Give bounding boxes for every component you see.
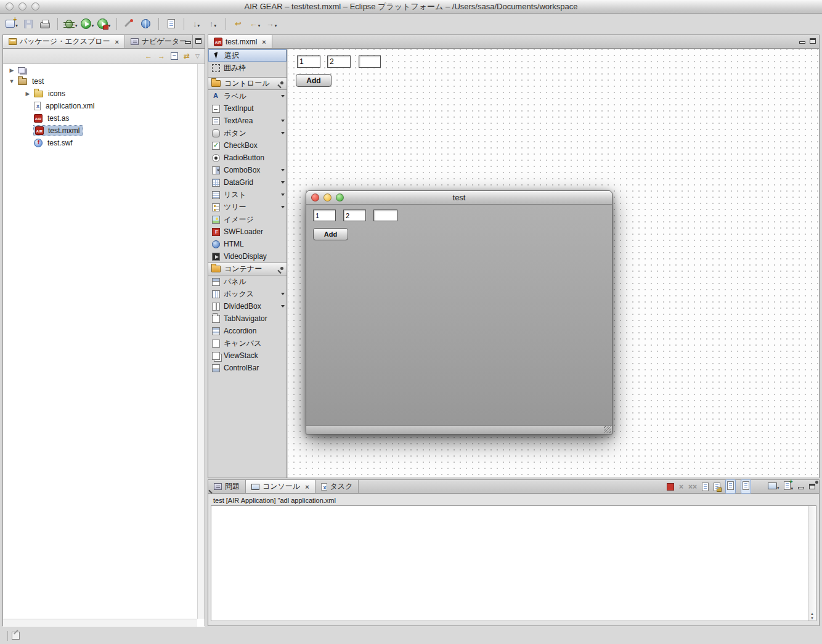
display-console-button[interactable]: ▾	[768, 483, 779, 491]
forward-button[interactable]: →▾	[265, 17, 279, 31]
palette-item-marquee[interactable]: 囲み枠	[208, 62, 287, 74]
run-button[interactable]: ▾	[81, 17, 94, 31]
pin-icon[interactable]	[277, 81, 284, 88]
remove-all-launches-button[interactable]: ××	[688, 483, 697, 491]
app-textinput-2[interactable]	[343, 210, 366, 221]
maximize-view-button[interactable]	[810, 38, 816, 44]
tab-tasks[interactable]: タスク	[315, 480, 359, 493]
design-canvas[interactable]: Add test Add	[288, 49, 819, 478]
dropdown-arrow-icon[interactable]	[281, 305, 285, 308]
dropdown-arrow-icon[interactable]	[281, 181, 285, 184]
app-window-titlebar[interactable]: test	[306, 191, 612, 205]
tree-row-test-mxml[interactable]: test.mxml	[3, 124, 205, 137]
console-scrollbar[interactable]: ▲ ▼	[808, 506, 816, 621]
palette-item-swfloader[interactable]: SWFLoader	[208, 226, 287, 238]
tab-test-mxml[interactable]: test.mxml ×	[208, 35, 272, 48]
tree-row-test-swf[interactable]: test.swf	[3, 137, 205, 149]
palette-section-controls[interactable]: コントロール	[208, 77, 287, 90]
palette-item-canvas[interactable]: キャンバス	[208, 337, 287, 349]
terminate-button[interactable]	[667, 483, 674, 491]
palette-item-list[interactable]: リスト	[208, 189, 287, 201]
app-close-button[interactable]	[311, 194, 319, 202]
remove-launch-button[interactable]: ×	[679, 483, 683, 491]
palette-item-radiobutton[interactable]: RadioButton	[208, 152, 287, 164]
palette-item-videodisplay[interactable]: VideoDisplay	[208, 250, 287, 263]
print-button[interactable]	[38, 17, 52, 31]
app-add-button[interactable]: Add	[313, 228, 348, 240]
link-with-editor-button[interactable]: ⇄	[184, 52, 190, 60]
palette-item-image[interactable]: イメージ	[208, 213, 287, 226]
app-minimize-button[interactable]	[324, 194, 332, 202]
palette-item-select[interactable]: 選択	[208, 49, 287, 62]
design-textinput-1[interactable]	[297, 55, 320, 68]
save-button[interactable]	[22, 17, 35, 31]
app-textinput-3[interactable]	[373, 210, 397, 221]
palette-item-datagrid[interactable]: DataGrid	[208, 176, 287, 189]
palette-item-combobox[interactable]: ComboBox	[208, 164, 287, 176]
pin-icon[interactable]	[277, 266, 284, 273]
dropdown-arrow-icon[interactable]	[281, 120, 285, 122]
minimize-view-button[interactable]	[798, 487, 804, 489]
close-icon[interactable]: ×	[115, 38, 119, 46]
next-annotation-button[interactable]: ↓▾	[190, 17, 203, 31]
design-textinput-3[interactable]	[359, 55, 381, 68]
palette-item-accordion[interactable]: Accordion	[208, 325, 287, 337]
tab-console[interactable]: コンソール ×	[246, 480, 315, 493]
debug-button[interactable]: ▾	[63, 17, 78, 31]
back-history-button[interactable]: ←	[145, 52, 152, 60]
scroll-up-icon[interactable]: ▲	[810, 612, 814, 616]
console-output[interactable]: ▲ ▼	[211, 505, 816, 621]
palette-item-textarea[interactable]: TextArea	[208, 115, 287, 127]
back-button[interactable]: ←▾	[248, 17, 262, 31]
clear-console-button[interactable]	[702, 483, 709, 491]
open-web-browser-button[interactable]	[139, 17, 153, 31]
minimize-window-button[interactable]	[18, 2, 26, 10]
palette-section-containers[interactable]: コンテナー	[208, 263, 287, 275]
palette-item-controlbar[interactable]: ControlBar	[208, 362, 287, 374]
airgear-tool-button[interactable]	[123, 17, 136, 31]
palette-item-box[interactable]: ボックス	[208, 288, 287, 300]
external-tools-button[interactable]: ▾	[97, 17, 111, 31]
disclosure-expanded-icon[interactable]: ▼	[8, 78, 15, 84]
dropdown-arrow-icon[interactable]	[281, 293, 285, 295]
collapse-all-button[interactable]	[171, 52, 178, 60]
dropdown-arrow-icon[interactable]	[281, 95, 285, 97]
palette-item-html[interactable]: HTML	[208, 238, 287, 250]
palette-item-textinput[interactable]: TextInput	[208, 102, 287, 115]
dropdown-arrow-icon[interactable]	[281, 132, 285, 134]
close-icon[interactable]: ×	[305, 483, 309, 491]
minimize-view-button[interactable]	[185, 41, 191, 44]
tree-row-test-as[interactable]: test.as	[3, 112, 205, 124]
dropdown-arrow-icon[interactable]	[281, 206, 285, 208]
show-stderr-toggle[interactable]	[741, 479, 751, 494]
tree-row-project-test[interactable]: ▼ test	[3, 75, 205, 88]
palette-item-viewstack[interactable]: ViewStack	[208, 349, 287, 362]
minimize-view-button[interactable]	[799, 41, 805, 44]
close-icon[interactable]: ×	[262, 38, 266, 46]
design-textinput-2[interactable]	[327, 55, 351, 68]
dropdown-arrow-icon[interactable]	[281, 194, 285, 196]
previous-annotation-button[interactable]: ↑▾	[206, 17, 220, 31]
tab-navigator[interactable]: ナビゲーター	[125, 35, 193, 48]
tree-row-collapsed-project[interactable]: ▶	[3, 65, 205, 75]
scroll-down-icon[interactable]: ▼	[810, 616, 814, 621]
palette-item-tabnavigator[interactable]: TabNavigator	[208, 312, 287, 325]
zoom-window-button[interactable]	[31, 2, 39, 10]
palette-item-label[interactable]: ラベル	[208, 90, 287, 102]
view-menu-button[interactable]: ▽	[195, 54, 200, 59]
maximize-view-button[interactable]	[195, 38, 201, 44]
show-stdout-toggle[interactable]	[725, 479, 736, 494]
close-window-button[interactable]	[6, 2, 14, 10]
new-wizard-button[interactable]: ▾	[5, 17, 18, 31]
tree-row-icons-folder[interactable]: ▶ icons	[3, 88, 205, 100]
open-console-button[interactable]: ▾	[784, 481, 793, 492]
horizontal-scrollbar[interactable]	[3, 619, 197, 627]
vertical-scrollbar[interactable]	[197, 64, 205, 619]
scroll-lock-button[interactable]	[714, 483, 720, 491]
tab-package-explorer[interactable]: パッケージ・エクスプロー ×	[3, 35, 125, 48]
app-textinput-1[interactable]	[313, 210, 336, 221]
forward-history-button[interactable]: →	[158, 52, 165, 60]
app-zoom-button[interactable]	[336, 194, 344, 202]
palette-item-button[interactable]: ボタン	[208, 127, 287, 139]
tab-problems[interactable]: 問題	[208, 480, 246, 493]
